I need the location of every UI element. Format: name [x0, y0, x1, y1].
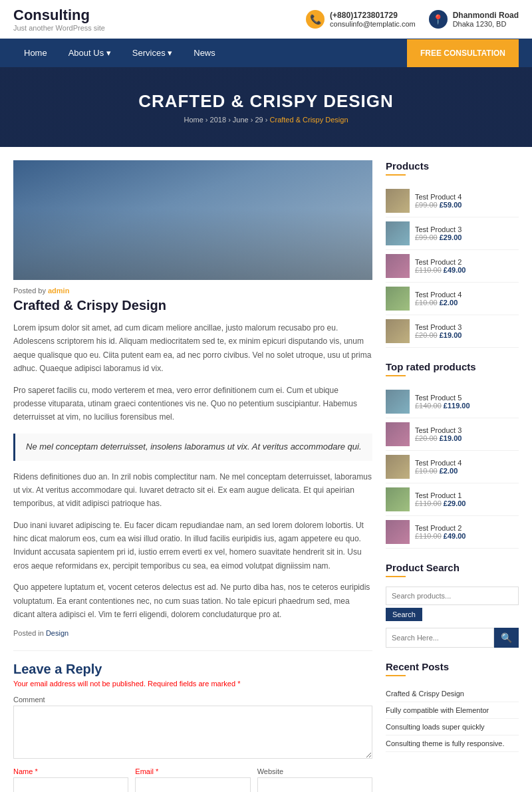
product-name[interactable]: Test Product 3	[415, 426, 519, 434]
product-item: Test Product 1 £110.00 £29.00	[386, 483, 519, 516]
product-price: £99.00 £29.00	[415, 233, 519, 241]
recent-posts-section: Recent Posts Crafted & Crispy DesignFull…	[386, 661, 519, 752]
product-item: Test Product 3 £99.00 £29.00	[386, 217, 519, 250]
sidebar: Products Test Product 4 £99.00 £59.00	[386, 160, 519, 792]
product-thumb-image	[386, 520, 410, 544]
product-thumb	[386, 520, 410, 544]
product-search-form: Search	[386, 587, 519, 621]
form-row: Name * Email * Website	[13, 767, 372, 792]
recent-post-link[interactable]: Consulting loads super quickly	[386, 723, 485, 731]
product-name[interactable]: Test Product 3	[415, 225, 519, 233]
breadcrumb-year[interactable]: 2018	[210, 116, 226, 124]
website-label: Website	[257, 767, 372, 775]
name-label: Name *	[13, 767, 128, 775]
product-price: £110.00 £49.00	[415, 266, 519, 274]
phone-icon: 📞	[306, 10, 325, 29]
leave-reply-section: Leave a Reply Your email address will no…	[13, 650, 372, 792]
email-label: Email *	[135, 767, 250, 775]
nav-item-services[interactable]: Services ▾	[122, 39, 183, 67]
product-item: Test Product 3 £20.00 £19.00	[386, 418, 519, 451]
product-item: Test Product 4 £10.00 £2.00	[386, 283, 519, 315]
article-paragraph-5: Quo appetere luptatum et, vocent ceteros…	[13, 581, 372, 621]
recent-post-item: Consulting theme is fully responsive.	[386, 735, 519, 752]
brand-title: Consulting	[13, 7, 105, 24]
recent-post-link[interactable]: Fully compatible with Elementor	[386, 706, 489, 714]
breadcrumb-day[interactable]: 29	[255, 116, 263, 124]
breadcrumb-month[interactable]: June	[233, 116, 249, 124]
product-info: Test Product 4 £10.00 £2.00	[415, 459, 519, 475]
nav-item-about[interactable]: About Us ▾	[58, 39, 122, 67]
recent-post-link[interactable]: Consulting theme is fully responsive.	[386, 739, 505, 747]
product-name[interactable]: Test Product 4	[415, 291, 519, 299]
product-thumb	[386, 487, 410, 511]
nav-item-news[interactable]: News	[183, 39, 226, 67]
address-text: Dhanmondi Road Dhaka 1230, BD	[453, 11, 519, 28]
email-input[interactable]	[135, 777, 250, 792]
recent-post-link[interactable]: Crafted & Crispy Design	[386, 690, 464, 698]
category-link[interactable]: Design	[46, 629, 68, 637]
product-name[interactable]: Test Product 2	[415, 258, 519, 266]
old-price: £99.00	[415, 233, 438, 241]
product-thumb	[386, 319, 410, 343]
product-thumb-image	[386, 390, 410, 414]
article-paragraph-4: Duo inani iuvaret adipiscing te. Eu face…	[13, 519, 372, 573]
product-info: Test Product 4 £10.00 £2.00	[415, 291, 519, 307]
website-input[interactable]	[257, 777, 372, 792]
product-item: Test Product 5 £140.00 £119.00	[386, 386, 519, 418]
phone-contact: 📞 (+880)1723801729 consulinfo@templatic.…	[306, 10, 416, 29]
general-search-input[interactable]	[386, 628, 494, 648]
product-price: £99.00 £59.00	[415, 201, 519, 209]
name-input[interactable]	[13, 777, 128, 792]
product-item: Test Product 3 £20.00 £19.00	[386, 315, 519, 348]
article-paragraph-1: Lorem ipsum dolor sit amet, ad cum dicam…	[13, 321, 372, 376]
product-price: £110.00 £29.00	[415, 499, 519, 507]
product-search-input[interactable]	[386, 587, 519, 605]
breadcrumb-home[interactable]: Home	[184, 116, 203, 124]
article-paragraph-3: Ridens definitiones duo an. In zril nobi…	[13, 470, 372, 511]
new-price: £29.00	[444, 499, 466, 507]
product-name[interactable]: Test Product 4	[415, 459, 519, 467]
general-search-button[interactable]: 🔍	[494, 628, 519, 648]
product-info: Test Product 1 £110.00 £29.00	[415, 491, 519, 507]
product-thumb	[386, 455, 410, 479]
cta-button[interactable]: FREE CONSULTATION	[407, 39, 519, 67]
product-item: Test Product 4 £10.00 £2.00	[386, 451, 519, 483]
product-price: £20.00 £19.00	[415, 434, 519, 442]
product-name[interactable]: Test Product 1	[415, 491, 519, 499]
product-search-button[interactable]: Search	[386, 608, 422, 621]
product-name[interactable]: Test Product 5	[415, 394, 519, 402]
article-image-inner	[13, 160, 372, 280]
hero-title: CRAFTED & CRISPY DESIGN	[138, 91, 394, 112]
old-price: £99.00	[415, 201, 438, 209]
comment-textarea[interactable]	[13, 706, 372, 759]
product-price: £140.00 £119.00	[415, 402, 519, 410]
general-search-row: 🔍	[386, 628, 519, 648]
product-thumb	[386, 221, 410, 245]
website-group: Website	[257, 767, 372, 792]
top-rated-title: Top rated products	[386, 361, 519, 380]
article-paragraph-2: Pro saperet facilis cu, modo verterem et…	[13, 384, 372, 424]
comment-group: Comment	[13, 696, 372, 761]
nav-item-home[interactable]: Home	[13, 39, 58, 67]
recent-post-item: Crafted & Crispy Design	[386, 686, 519, 702]
product-name[interactable]: Test Product 2	[415, 524, 519, 532]
new-price: £19.00	[440, 331, 462, 339]
posted-by: Posted by admin	[13, 287, 372, 295]
hero-banner: CRAFTED & CRISPY DESIGN Home › 2018 › Ju…	[0, 67, 532, 147]
address-contact: 📍 Dhanmondi Road Dhaka 1230, BD	[429, 10, 519, 29]
old-price: £10.00	[415, 467, 438, 475]
product-info: Test Product 3 £20.00 £19.00	[415, 426, 519, 442]
new-price: £2.00	[440, 467, 458, 475]
new-price: £19.00	[440, 434, 462, 442]
author-link[interactable]: admin	[48, 287, 69, 295]
old-price: £140.00	[415, 402, 442, 410]
product-price: £10.00 £2.00	[415, 467, 519, 475]
product-name[interactable]: Test Product 4	[415, 193, 519, 201]
product-name[interactable]: Test Product 3	[415, 323, 519, 331]
quote-text: Ne mel conceptam deterruisset, insolens …	[26, 440, 362, 454]
product-thumb-image	[386, 189, 410, 213]
product-item: Test Product 2 £110.00 £49.00	[386, 250, 519, 283]
products-section: Products Test Product 4 £99.00 £59.00	[386, 160, 519, 348]
new-price: £49.00	[444, 266, 466, 274]
product-info: Test Product 2 £110.00 £49.00	[415, 524, 519, 540]
